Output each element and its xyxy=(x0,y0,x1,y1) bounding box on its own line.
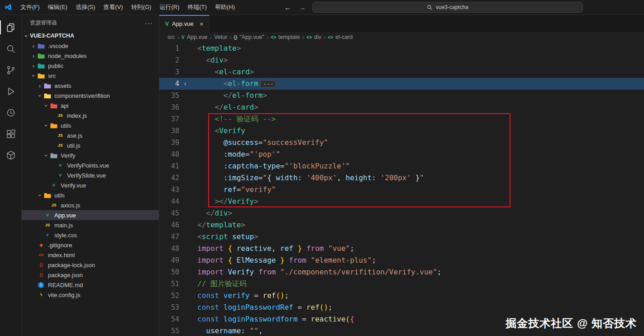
tree-item-readme.md[interactable]: iREADME.md xyxy=(22,280,159,290)
code-text: ></Verify> xyxy=(191,196,258,207)
tree-item-package-lock.json[interactable]: {}package-lock.json xyxy=(22,260,159,270)
menu-item[interactable]: 查看(V) xyxy=(99,0,127,14)
tree-item-utils[interactable]: ›utils xyxy=(22,190,159,200)
code-text: import Verify from "./components/verifit… xyxy=(191,266,441,278)
chevron-right-icon: › xyxy=(30,53,37,59)
code-text: const loginPasswordform = reactive({ xyxy=(191,313,354,325)
folder-icon xyxy=(37,72,45,79)
line-number: 44 xyxy=(159,196,179,207)
tree-item-axios.js[interactable]: JSaxios.js xyxy=(22,200,159,210)
code-line: 53const loginPasswordRef = ref(); xyxy=(159,302,644,313)
breadcrumb-item[interactable]: <>div xyxy=(306,34,321,40)
tree-item-src[interactable]: ›src xyxy=(22,71,159,81)
explorer-title: 资源管理器 xyxy=(30,19,57,27)
project-root-row[interactable]: › VUE3-CAPTCHA xyxy=(22,31,159,41)
source-control-icon[interactable] xyxy=(0,59,21,81)
menu-item[interactable]: 终端(T) xyxy=(183,0,211,14)
tree-item-index.html[interactable]: <>index.html xyxy=(22,250,159,260)
breadcrumb-item[interactable]: Vetur xyxy=(214,34,227,40)
breadcrumb-item[interactable]: VApp.vue xyxy=(181,34,208,40)
tree-item-.gitignore[interactable]: ◆.gitignore xyxy=(22,240,159,250)
vue-file-icon: V xyxy=(165,21,169,27)
tree-item-label: src xyxy=(48,72,56,79)
menu-item[interactable]: 帮助(H) xyxy=(211,0,239,14)
fold-chevron-icon[interactable]: › xyxy=(179,78,191,90)
tree-item-verifypoints.vue[interactable]: VVerifyPoints.vue xyxy=(22,160,159,170)
more-actions-icon[interactable]: ··· xyxy=(145,19,153,27)
tree-item-verify.vue[interactable]: VVerify.vue xyxy=(22,180,159,190)
back-arrow-icon[interactable]: ← xyxy=(284,4,291,12)
chevron-down-icon: › xyxy=(37,192,43,199)
menu-item[interactable]: 转到(G) xyxy=(127,0,156,14)
tree-item-components-verifition[interactable]: ›components\verifition xyxy=(22,91,159,101)
tree-item-util.js[interactable]: JSutil.js xyxy=(22,140,159,150)
menu-item[interactable]: 编辑(E) xyxy=(44,0,72,14)
command-center-search[interactable]: vue3-captcha xyxy=(312,2,583,13)
tag-icon: <> xyxy=(271,35,276,40)
gutter-spacer xyxy=(179,266,191,278)
search-sidebar-icon[interactable] xyxy=(0,38,21,59)
breadcrumb-item[interactable]: <>el-card xyxy=(328,34,353,40)
remote-explorer-icon[interactable] xyxy=(0,102,21,123)
container-icon[interactable] xyxy=(0,144,21,166)
tree-item-.vscode[interactable]: ›.vscode xyxy=(22,41,159,51)
explorer-icon[interactable] xyxy=(0,17,21,38)
chevron-right-icon: › xyxy=(36,82,43,89)
line-number: 3 xyxy=(159,66,179,78)
forward-arrow-icon[interactable]: → xyxy=(299,4,306,12)
code-area[interactable]: 1<template>2 <div>3 <el-card>4› <el-form… xyxy=(159,43,644,336)
tree-item-main.js[interactable]: JSmain.js xyxy=(22,220,159,230)
menu-item[interactable]: 运行(R) xyxy=(155,0,183,14)
breadcrumb-item[interactable]: <>template xyxy=(271,34,300,40)
gutter-spacer xyxy=(179,101,191,113)
tree-item-vite.config.js[interactable]: ϟvite.config.js xyxy=(22,290,159,300)
tree-item-public[interactable]: ›public xyxy=(22,61,159,71)
tree-item-package.json[interactable]: {}package.json xyxy=(22,270,159,280)
code-line: 37 <!-- 验证码 --> xyxy=(159,113,644,125)
tree-item-index.js[interactable]: JSindex.js xyxy=(22,110,159,120)
vue-icon: V xyxy=(56,162,64,169)
line-number: 40 xyxy=(159,149,179,160)
gutter-spacer xyxy=(179,172,191,184)
tree-item-verify[interactable]: ›Verify xyxy=(22,150,159,160)
tree-item-assets[interactable]: ›assets xyxy=(22,81,159,91)
line-number: 1 xyxy=(159,43,179,54)
editor-group: V App.vue × src›VApp.vue›Vetur›{}"App.vu… xyxy=(159,15,644,336)
breadcrumb-item[interactable]: src xyxy=(167,34,175,40)
tab-label: App.vue xyxy=(172,20,194,27)
tree-item-app.vue[interactable]: VApp.vue xyxy=(22,210,159,220)
vue-icon: V xyxy=(181,35,185,40)
breadcrumb-separator-icon: › xyxy=(301,34,305,41)
vue-icon: V xyxy=(56,172,64,179)
tab-app-vue[interactable]: V App.vue × xyxy=(159,15,210,32)
vscode-logo-icon xyxy=(0,3,16,11)
tree-item-ase.js[interactable]: JSase.js xyxy=(22,130,159,140)
run-and-debug-icon[interactable] xyxy=(0,81,21,102)
gutter-spacer xyxy=(179,184,191,196)
line-number: 35 xyxy=(159,90,179,101)
tree-item-style.css[interactable]: #style.css xyxy=(22,230,159,240)
tree-item-verifyslide.vue[interactable]: VVerifySlide.vue xyxy=(22,170,159,180)
breadcrumb-label: div xyxy=(314,34,321,40)
tag-icon: <> xyxy=(328,35,333,40)
tree-item-label: assets xyxy=(54,82,72,89)
extensions-icon[interactable] xyxy=(0,123,21,144)
npm-icon: {} xyxy=(37,261,45,269)
chevron-down-icon: › xyxy=(43,102,50,109)
tree-item-api[interactable]: ›api xyxy=(22,101,159,110)
tree-item-node-modules[interactable]: ›node_modules xyxy=(22,51,159,61)
tree-item-utils[interactable]: ›utils xyxy=(22,120,159,130)
line-number: 4 xyxy=(159,78,179,90)
code-line: 47<script setup> xyxy=(159,231,644,243)
breadcrumb: src›VApp.vue›Vetur›{}"App.vue"›<>templat… xyxy=(159,32,644,43)
close-icon[interactable]: × xyxy=(200,20,204,28)
watermark: 掘金技术社区 @ 知否技术 xyxy=(506,316,637,331)
tree-item-label: .vscode xyxy=(48,43,68,49)
menu-item[interactable]: 选择(S) xyxy=(72,0,99,14)
code-line: 40 :mode="'pop'" xyxy=(159,149,644,160)
breadcrumb-item[interactable]: {}"App.vue" xyxy=(234,34,264,40)
folder-icon xyxy=(43,192,52,199)
line-number: 54 xyxy=(159,313,179,325)
line-number: 38 xyxy=(159,125,179,137)
menu-item[interactable]: 文件(F) xyxy=(16,0,44,14)
